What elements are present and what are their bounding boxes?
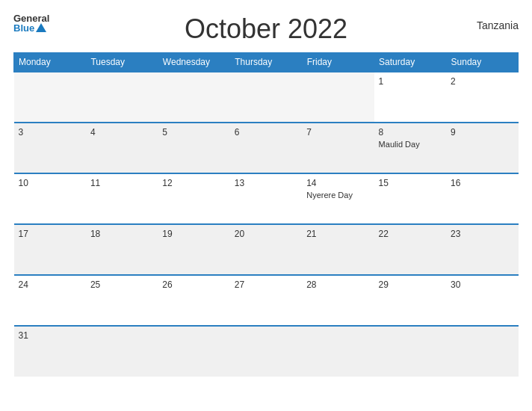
day-number: 23 [451, 229, 513, 239]
calendar-day-cell: 19 [158, 224, 229, 275]
day-number: 9 [451, 127, 513, 137]
calendar-day-cell [86, 326, 158, 377]
day-number: 12 [162, 178, 225, 188]
holiday-label: Nyerere Day [306, 191, 369, 200]
calendar-day-cell: 20 [230, 224, 302, 275]
day-number: 26 [162, 279, 225, 290]
logo-blue-text: Blue [13, 23, 34, 33]
day-number: 15 [379, 178, 442, 188]
day-number: 7 [306, 127, 369, 137]
calendar-day-cell: 10 [14, 173, 86, 224]
calendar-week-row: 345678Maulid Day9 [14, 123, 519, 173]
day-number: 17 [19, 229, 81, 239]
weekday-header: Sunday [446, 53, 518, 72]
day-number: 11 [90, 178, 153, 188]
calendar-day-cell: 1 [374, 72, 446, 123]
weekday-header: Friday [302, 53, 374, 72]
calendar-day-cell: 4 [86, 123, 158, 173]
calendar-day-cell: 12 [158, 173, 229, 224]
calendar-day-cell: 24 [14, 275, 86, 326]
calendar-day-cell: 8Maulid Day [374, 123, 446, 173]
country-label: Tanzania [477, 19, 519, 31]
calendar-day-cell [302, 72, 374, 123]
calendar-day-cell [302, 326, 374, 377]
calendar-day-cell: 14Nyerere Day [302, 173, 374, 224]
calendar-week-row: 12 [14, 72, 519, 123]
day-number: 24 [19, 279, 81, 290]
day-number: 2 [451, 76, 513, 87]
day-number: 30 [451, 279, 513, 290]
calendar-day-cell [158, 326, 229, 377]
day-number: 18 [90, 229, 153, 239]
day-number: 19 [162, 229, 225, 239]
day-number: 25 [90, 279, 153, 290]
calendar-day-cell: 21 [302, 224, 374, 275]
weekday-header: Saturday [374, 53, 446, 72]
day-number: 28 [306, 279, 369, 290]
day-number: 20 [235, 229, 297, 239]
day-number: 10 [19, 178, 81, 188]
calendar-day-cell: 16 [446, 173, 518, 224]
day-number: 22 [379, 229, 442, 239]
calendar-day-cell: 18 [86, 224, 158, 275]
calendar-day-cell: 7 [302, 123, 374, 173]
day-number: 16 [451, 178, 513, 188]
logo: General Blue [13, 13, 49, 33]
calendar-day-cell: 27 [230, 275, 302, 326]
calendar-table: MondayTuesdayWednesdayThursdayFridaySatu… [13, 52, 519, 377]
calendar-day-cell: 13 [230, 173, 302, 224]
day-number: 3 [19, 127, 81, 137]
calendar-day-cell [14, 72, 86, 123]
calendar-day-cell: 31 [14, 326, 86, 377]
day-number: 13 [235, 178, 297, 188]
weekday-header-row: MondayTuesdayWednesdayThursdayFridaySatu… [14, 53, 519, 72]
calendar-day-cell: 29 [374, 275, 446, 326]
calendar-day-cell [230, 72, 302, 123]
calendar-day-cell [158, 72, 229, 123]
day-number: 31 [19, 330, 81, 341]
day-number: 8 [379, 127, 442, 137]
day-number: 27 [235, 279, 297, 290]
calendar-day-cell: 6 [230, 123, 302, 173]
day-number: 5 [162, 127, 225, 137]
calendar-header: General Blue October 2022 Tanzania [13, 13, 519, 45]
calendar-title: October 2022 [185, 13, 347, 45]
day-number: 4 [90, 127, 153, 137]
calendar-page: General Blue October 2022 Tanzania Monda… [0, 0, 532, 411]
weekday-header: Monday [14, 53, 86, 72]
logo-triangle-icon [36, 23, 46, 32]
calendar-day-cell: 3 [14, 123, 86, 173]
day-number: 14 [306, 178, 369, 188]
day-number: 6 [235, 127, 297, 137]
day-number: 29 [379, 279, 442, 290]
day-number: 1 [379, 76, 442, 87]
weekday-header: Wednesday [158, 53, 229, 72]
calendar-week-row: 1011121314Nyerere Day1516 [14, 173, 519, 224]
calendar-day-cell: 11 [86, 173, 158, 224]
weekday-header: Tuesday [86, 53, 158, 72]
calendar-day-cell [446, 326, 518, 377]
calendar-week-row: 17181920212223 [14, 224, 519, 275]
calendar-day-cell: 17 [14, 224, 86, 275]
calendar-day-cell: 22 [374, 224, 446, 275]
calendar-day-cell: 25 [86, 275, 158, 326]
calendar-day-cell: 5 [158, 123, 229, 173]
calendar-day-cell: 30 [446, 275, 518, 326]
calendar-day-cell: 28 [302, 275, 374, 326]
calendar-day-cell [374, 326, 446, 377]
calendar-day-cell: 15 [374, 173, 446, 224]
calendar-week-row: 24252627282930 [14, 275, 519, 326]
calendar-day-cell [230, 326, 302, 377]
day-number: 21 [306, 229, 369, 239]
calendar-day-cell: 23 [446, 224, 518, 275]
calendar-day-cell [86, 72, 158, 123]
calendar-week-row: 31 [14, 326, 519, 377]
calendar-day-cell: 9 [446, 123, 518, 173]
weekday-header: Thursday [230, 53, 302, 72]
calendar-day-cell: 26 [158, 275, 229, 326]
calendar-day-cell: 2 [446, 72, 518, 123]
holiday-label: Maulid Day [379, 140, 442, 149]
